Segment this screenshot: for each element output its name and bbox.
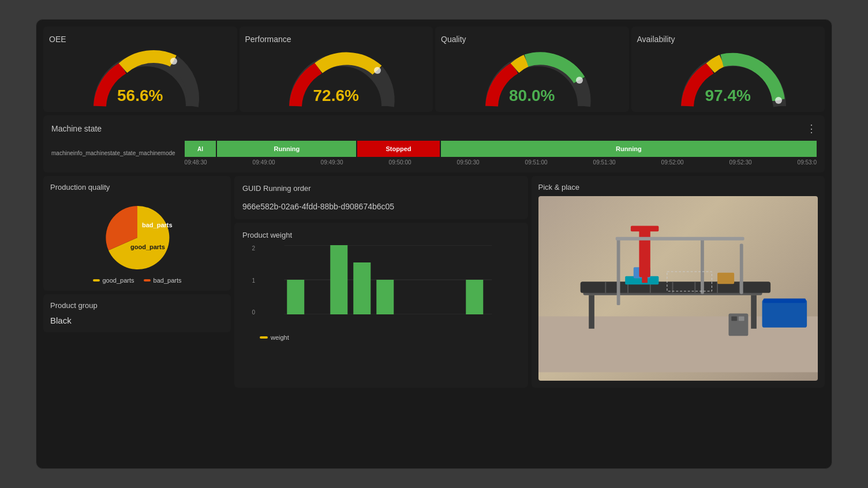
more-options-icon[interactable]: ⋮ (806, 122, 817, 135)
gauge-title-performance: Performance (245, 35, 291, 44)
svg-point-0 (170, 58, 177, 65)
guid-card: GUID Running order 966e582b-02a6-4fdd-88… (234, 176, 528, 219)
svg-rect-37 (717, 273, 734, 284)
timeline-seg-stopped: Stopped (357, 141, 439, 157)
legend-bad-parts: bad_parts (144, 277, 182, 284)
gauge-card-performance: Performance 72.6% (240, 27, 433, 112)
svg-rect-39 (630, 226, 658, 231)
gauge-row: OEE 56.6% Performance (43, 27, 825, 112)
svg-rect-43 (739, 243, 743, 294)
machine-mode-label: machineinfo_machinestate_state_machinemo… (51, 150, 175, 156)
svg-rect-13 (466, 280, 483, 314)
svg-rect-12 (376, 280, 394, 314)
svg-rect-48 (731, 316, 737, 321)
gauge-card-oee: OEE 56.6% (43, 27, 237, 112)
timeline-row: machineinfo_machinestate_state_machinemo… (51, 141, 817, 166)
svg-rect-42 (701, 238, 704, 294)
svg-rect-49 (738, 316, 744, 321)
guid-value: 966e582b-02a6-4fdd-88bb-d908674b6c05 (242, 202, 520, 211)
svg-rect-46 (763, 298, 806, 303)
gauge-title-quality: Quality (441, 35, 466, 44)
time-label-1: 09:49:00 (253, 159, 275, 166)
y-label-0: 0 (252, 309, 255, 316)
svg-rect-38 (639, 227, 650, 277)
gauge-value-quality: 80.0% (509, 87, 555, 105)
y-axis: 2 1 0 (242, 245, 255, 316)
gauge-title-availability: Availability (637, 35, 675, 44)
bottom-row: Production quality bad_parts good_parts (43, 176, 825, 388)
production-quality-card: Production quality bad_parts good_parts (43, 176, 231, 291)
pick-place-image (538, 196, 818, 381)
middle-column: GUID Running order 966e582b-02a6-4fdd-88… (234, 176, 528, 388)
gauge-card-availability: Availability 97.4% (631, 27, 825, 112)
svg-point-1 (374, 67, 381, 74)
bar-chart-svg: 5040 5044 5048 5052 5056 5060 5064 5068 … (256, 245, 520, 314)
weight-card: Product weight 2 1 0 (234, 223, 528, 388)
gauge-oee: 56.6% (88, 48, 192, 106)
legend-dot-bad (144, 279, 151, 281)
weight-chart-area: 2 1 0 (242, 245, 520, 332)
left-column: Production quality bad_parts good_parts (43, 176, 231, 388)
svg-rect-10 (330, 245, 347, 314)
dashboard: OEE 56.6% Performance (36, 19, 832, 469)
gauge-performance: 72.6% (284, 48, 388, 106)
machine-state-title: Machine state (51, 124, 102, 133)
time-label-3: 09:50:00 (389, 159, 411, 166)
svg-rect-26 (751, 295, 757, 329)
weight-chart-legend: weight (242, 334, 520, 341)
svg-rect-41 (616, 238, 620, 305)
pie-chart-container: bad_parts good_parts (50, 197, 224, 272)
timeline-seg-running1: Running (217, 141, 356, 157)
y-label-2: 2 (252, 245, 255, 251)
legend-label-good: good_parts (103, 277, 134, 284)
legend-good-parts: good_parts (93, 277, 134, 284)
svg-text:bad_parts: bad_parts (142, 222, 173, 228)
product-group-value: Black (50, 316, 224, 325)
svg-rect-45 (762, 299, 807, 327)
gauge-availability: 97.4% (676, 48, 780, 106)
production-quality-title: Production quality (50, 183, 224, 192)
svg-point-2 (576, 77, 583, 84)
timeline-labels: 09:48:30 09:49:00 09:49:30 09:50:00 09:5… (185, 159, 817, 166)
gauge-value-availability: 97.4% (705, 87, 751, 105)
svg-text:good_parts: good_parts (130, 243, 165, 250)
gauge-quality: 80.0% (480, 48, 584, 106)
timeline-bar: Al Running Stopped Running (185, 141, 817, 157)
pick-place-title: Pick & place (538, 183, 818, 192)
svg-point-3 (775, 97, 782, 104)
timeline-seg-al: Al (185, 141, 216, 157)
guid-title: GUID Running order (242, 184, 520, 193)
svg-rect-44 (615, 237, 744, 241)
legend-dot-good (93, 279, 100, 281)
time-label-2: 09:49:30 (321, 159, 343, 166)
gauge-title-oee: OEE (49, 35, 66, 44)
svg-rect-25 (589, 295, 594, 329)
time-label-0: 09:48:30 (185, 159, 207, 166)
gauge-value-performance: 72.6% (313, 87, 359, 105)
product-group-title: Product group (50, 301, 224, 310)
timeline-seg-running2: Running (441, 141, 817, 157)
gauge-value-oee: 56.6% (117, 87, 163, 105)
timeline-area: Al Running Stopped Running 09:48:30 09:4… (185, 141, 817, 166)
time-label-4: 09:50:30 (457, 159, 480, 166)
svg-rect-11 (353, 262, 371, 314)
machine-state-card: Machine state ⋮ machineinfo_machinestate… (43, 115, 825, 172)
svg-rect-9 (287, 280, 304, 314)
pick-place-card: Pick & place (532, 176, 825, 388)
machine-state-header: Machine state ⋮ (51, 122, 817, 135)
time-label-7: 09:52:00 (661, 159, 684, 166)
time-label-5: 09:51:00 (525, 159, 548, 166)
svg-rect-40 (642, 275, 648, 283)
weight-title: Product weight (242, 231, 520, 239)
time-label-6: 09:51:30 (593, 159, 616, 166)
weight-legend-dot (260, 336, 268, 339)
gauge-card-quality: Quality 80.0% (435, 27, 629, 112)
time-label-9: 09:53:0 (798, 159, 817, 166)
pie-legend: good_parts bad_parts (50, 277, 224, 284)
y-label-1: 1 (252, 277, 255, 284)
time-label-8: 09:52:30 (729, 159, 752, 166)
legend-label-bad: bad_parts (154, 277, 182, 284)
weight-legend-label: weight (271, 334, 289, 341)
product-group-card: Product group Black (43, 294, 231, 332)
